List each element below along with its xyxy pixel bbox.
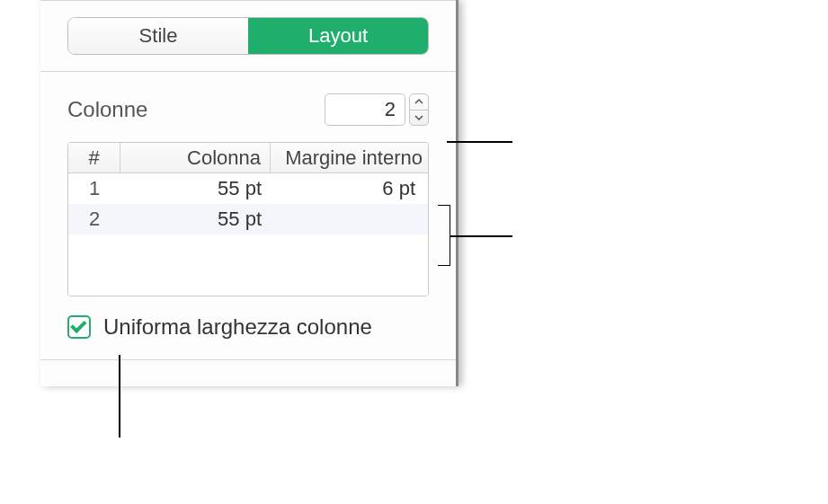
table-empty-area <box>68 234 428 296</box>
table-row[interactable]: 2 55 pt <box>68 204 428 234</box>
cell-gutter[interactable]: 6 pt <box>271 173 428 204</box>
columns-row: Colonne <box>67 93 429 126</box>
stepper-down[interactable] <box>410 111 428 126</box>
stepper-buttons <box>409 93 429 126</box>
header-margin: Margine interno <box>271 143 428 172</box>
equal-width-row: Uniforma larghezza colonne <box>67 314 429 340</box>
cell-column-width[interactable]: 55 pt <box>120 204 271 234</box>
columns-stepper <box>325 93 429 126</box>
equal-width-label: Uniforma larghezza colonne <box>103 314 372 340</box>
callout-line <box>119 355 120 438</box>
columns-table: # Colonna Margine interno 1 55 pt 6 pt 2… <box>67 142 429 296</box>
table-header: # Colonna Margine interno <box>68 143 428 173</box>
columns-count-input[interactable] <box>325 93 405 126</box>
divider <box>40 359 456 360</box>
cell-index: 1 <box>68 173 120 204</box>
checkmark-icon <box>70 317 86 333</box>
tab-style[interactable]: Stile <box>68 18 248 54</box>
chevron-down-icon <box>414 115 423 120</box>
segmented-control: Stile Layout <box>67 17 429 55</box>
equal-width-checkbox[interactable] <box>67 315 91 339</box>
table-body: 1 55 pt 6 pt 2 55 pt <box>68 173 428 296</box>
callout-line <box>450 235 512 237</box>
cell-index: 2 <box>68 204 120 234</box>
cell-gutter[interactable] <box>271 204 428 234</box>
stepper-up[interactable] <box>410 94 428 111</box>
inspector-panel: Stile Layout Colonne # <box>40 0 459 386</box>
cell-column-width[interactable]: 55 pt <box>120 173 271 204</box>
table-row[interactable]: 1 55 pt 6 pt <box>68 173 428 204</box>
tab-layout[interactable]: Layout <box>248 18 428 54</box>
columns-label: Colonne <box>67 97 147 122</box>
header-index: # <box>68 143 120 172</box>
tab-bar: Stile Layout <box>40 1 456 71</box>
columns-section: Colonne # Colonna Margine interno <box>40 72 456 354</box>
chevron-up-icon <box>414 99 423 104</box>
callout-bracket <box>438 205 450 266</box>
callout-line <box>447 141 512 143</box>
header-column: Colonna <box>120 143 271 172</box>
